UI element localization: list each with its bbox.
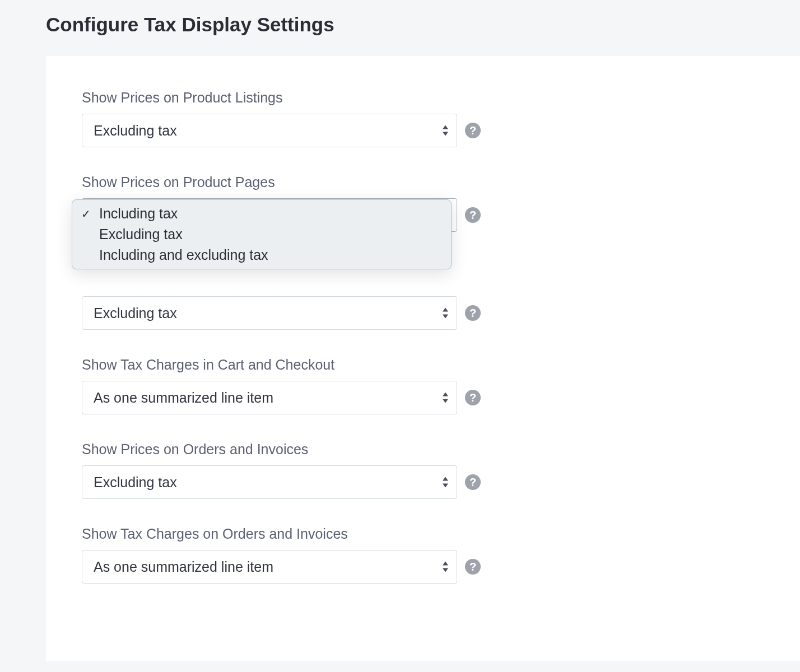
field-product-pages: Show Prices on Product Pages Including t… — [82, 174, 800, 310]
settings-panel: Show Prices on Product Listings Excludin… — [46, 56, 800, 661]
field-cart-checkout-tax: Show Tax Charges in Cart and Checkout As… — [82, 357, 800, 414]
field-orders-invoices-tax: Show Tax Charges on Orders and Invoices … — [82, 526, 800, 584]
field-orders-invoices-prices: Show Prices on Orders and Invoices Exclu… — [82, 441, 800, 499]
product-pages-dropdown: ✓ Including tax Excluding tax Including … — [72, 199, 452, 269]
stepper-icon — [442, 477, 449, 488]
stepper-icon — [442, 125, 449, 136]
checkmark-icon: ✓ — [81, 207, 92, 221]
select-value: As one summarized line item — [94, 559, 273, 575]
help-icon[interactable]: ? — [465, 474, 481, 490]
help-icon[interactable]: ? — [465, 390, 481, 405]
dropdown-option-excluding-tax[interactable]: Excluding tax — [72, 224, 451, 245]
stepper-icon — [442, 393, 449, 403]
field-product-listings: Show Prices on Product Listings Excludin… — [82, 90, 800, 147]
cart-checkout-tax-select[interactable]: As one summarized line item — [82, 381, 457, 414]
help-icon[interactable]: ? — [465, 207, 481, 223]
select-value: Excluding tax — [94, 474, 177, 491]
stepper-icon — [442, 562, 449, 572]
option-label: Excluding tax — [99, 226, 183, 242]
cart-checkout-prices-select[interactable]: Excluding tax — [82, 296, 457, 330]
field-label: Show Prices on Orders and Invoices — [82, 441, 800, 458]
field-cart-checkout-prices: Excluding tax ? — [82, 296, 800, 330]
select-value: As one summarized line item — [94, 390, 273, 406]
stepper-icon — [442, 308, 449, 319]
field-label: Show Tax Charges in Cart and Checkout — [82, 357, 800, 373]
product-listings-select[interactable]: Excluding tax — [82, 114, 457, 147]
dropdown-option-both[interactable]: Including and excluding tax — [72, 245, 451, 265]
field-label: Show Prices on Product Pages — [82, 174, 800, 190]
help-icon[interactable]: ? — [465, 559, 481, 575]
dropdown-option-including-tax[interactable]: ✓ Including tax — [72, 203, 451, 224]
option-label: Including tax — [99, 206, 178, 222]
help-icon[interactable]: ? — [465, 123, 481, 138]
option-label: Including and excluding tax — [99, 247, 268, 263]
help-icon[interactable]: ? — [465, 305, 481, 321]
field-label: Show Tax Charges on Orders and Invoices — [82, 526, 800, 542]
page-title: Configure Tax Display Settings — [0, 0, 800, 36]
select-value: Excluding tax — [94, 123, 177, 139]
field-label: Show Prices on Product Listings — [82, 90, 800, 106]
orders-invoices-tax-select[interactable]: As one summarized line item — [82, 550, 457, 584]
orders-invoices-prices-select[interactable]: Excluding tax — [82, 465, 457, 499]
select-value: Excluding tax — [94, 305, 177, 321]
